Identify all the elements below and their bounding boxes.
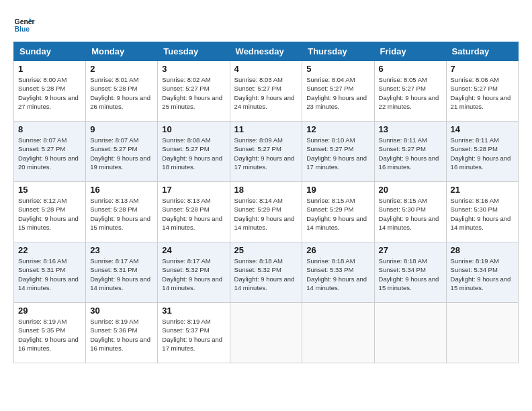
svg-text:Blue: Blue xyxy=(15,26,30,33)
day-number: 6 xyxy=(379,64,442,74)
day-info: Sunrise: 8:09 AM Sunset: 5:27 PM Dayligh… xyxy=(234,136,298,171)
day-number: 21 xyxy=(451,185,514,195)
day-info: Sunrise: 8:19 AM Sunset: 5:34 PM Dayligh… xyxy=(451,257,514,292)
day-info: Sunrise: 8:11 AM Sunset: 5:28 PM Dayligh… xyxy=(451,136,514,171)
day-header-monday: Monday xyxy=(86,42,158,61)
day-number: 15 xyxy=(18,185,81,195)
day-number: 20 xyxy=(379,185,442,195)
day-info: Sunrise: 8:00 AM Sunset: 5:28 PM Dayligh… xyxy=(18,75,81,111)
day-number: 3 xyxy=(162,64,225,74)
calendar-cell: 8 Sunrise: 8:07 AM Sunset: 5:27 PM Dayli… xyxy=(14,122,86,182)
day-number: 1 xyxy=(18,64,81,74)
calendar-cell: 30 Sunrise: 8:19 AM Sunset: 5:36 PM Dayl… xyxy=(86,303,158,363)
day-info: Sunrise: 8:15 AM Sunset: 5:30 PM Dayligh… xyxy=(379,196,442,232)
day-info: Sunrise: 8:02 AM Sunset: 5:27 PM Dayligh… xyxy=(162,75,225,111)
day-number: 9 xyxy=(90,124,153,134)
calendar-cell: 20 Sunrise: 8:15 AM Sunset: 5:30 PM Dayl… xyxy=(374,182,446,242)
day-info: Sunrise: 8:18 AM Sunset: 5:32 PM Dayligh… xyxy=(234,257,298,292)
logo: General Blue xyxy=(13,13,38,35)
day-info: Sunrise: 8:06 AM Sunset: 5:27 PM Dayligh… xyxy=(451,75,514,111)
day-header-saturday: Saturday xyxy=(446,42,518,61)
day-info: Sunrise: 8:07 AM Sunset: 5:27 PM Dayligh… xyxy=(90,136,153,171)
day-number: 19 xyxy=(306,185,369,195)
day-info: Sunrise: 8:17 AM Sunset: 5:32 PM Dayligh… xyxy=(162,257,225,292)
day-number: 5 xyxy=(306,64,369,74)
calendar-cell: 4 Sunrise: 8:03 AM Sunset: 5:27 PM Dayli… xyxy=(230,61,302,122)
day-number: 17 xyxy=(162,185,225,195)
calendar-cell: 19 Sunrise: 8:15 AM Sunset: 5:29 PM Dayl… xyxy=(302,182,374,242)
calendar-cell: 6 Sunrise: 8:05 AM Sunset: 5:27 PM Dayli… xyxy=(374,61,446,122)
calendar-cell xyxy=(374,303,446,363)
day-number: 18 xyxy=(234,185,298,195)
day-number: 13 xyxy=(379,124,442,134)
calendar-cell: 17 Sunrise: 8:13 AM Sunset: 5:28 PM Dayl… xyxy=(158,182,230,242)
day-number: 12 xyxy=(306,124,369,134)
day-info: Sunrise: 8:16 AM Sunset: 5:31 PM Dayligh… xyxy=(18,257,81,292)
calendar-cell: 13 Sunrise: 8:11 AM Sunset: 5:27 PM Dayl… xyxy=(374,122,446,182)
day-info: Sunrise: 8:10 AM Sunset: 5:27 PM Dayligh… xyxy=(306,136,369,171)
calendar-cell xyxy=(302,303,374,363)
week-row-2: 8 Sunrise: 8:07 AM Sunset: 5:27 PM Dayli… xyxy=(14,122,519,182)
day-number: 28 xyxy=(451,245,514,255)
calendar-cell: 1 Sunrise: 8:00 AM Sunset: 5:28 PM Dayli… xyxy=(14,61,86,122)
day-number: 31 xyxy=(162,306,225,316)
day-header-wednesday: Wednesday xyxy=(230,42,302,61)
calendar-cell: 9 Sunrise: 8:07 AM Sunset: 5:27 PM Dayli… xyxy=(86,122,158,182)
page-header: General Blue xyxy=(13,13,519,35)
calendar-cell: 29 Sunrise: 8:19 AM Sunset: 5:35 PM Dayl… xyxy=(14,303,86,363)
week-row-5: 29 Sunrise: 8:19 AM Sunset: 5:35 PM Dayl… xyxy=(14,303,519,363)
day-number: 23 xyxy=(90,245,153,255)
day-info: Sunrise: 8:13 AM Sunset: 5:28 PM Dayligh… xyxy=(90,196,153,232)
calendar-cell: 25 Sunrise: 8:18 AM Sunset: 5:32 PM Dayl… xyxy=(230,242,302,303)
day-number: 29 xyxy=(18,306,81,316)
calendar-cell: 10 Sunrise: 8:08 AM Sunset: 5:27 PM Dayl… xyxy=(158,122,230,182)
day-header-tuesday: Tuesday xyxy=(158,42,230,61)
day-header-thursday: Thursday xyxy=(302,42,374,61)
calendar-cell: 31 Sunrise: 8:19 AM Sunset: 5:37 PM Dayl… xyxy=(158,303,230,363)
calendar-cell: 3 Sunrise: 8:02 AM Sunset: 5:27 PM Dayli… xyxy=(158,61,230,122)
day-number: 22 xyxy=(18,245,81,255)
week-row-1: 1 Sunrise: 8:00 AM Sunset: 5:28 PM Dayli… xyxy=(14,61,519,122)
calendar-cell: 11 Sunrise: 8:09 AM Sunset: 5:27 PM Dayl… xyxy=(230,122,302,182)
day-info: Sunrise: 8:17 AM Sunset: 5:31 PM Dayligh… xyxy=(90,257,153,292)
logo-icon: General Blue xyxy=(13,13,35,35)
day-info: Sunrise: 8:05 AM Sunset: 5:27 PM Dayligh… xyxy=(379,75,442,111)
day-number: 8 xyxy=(18,124,81,134)
day-info: Sunrise: 8:07 AM Sunset: 5:27 PM Dayligh… xyxy=(18,136,81,171)
day-number: 2 xyxy=(90,64,153,74)
day-info: Sunrise: 8:03 AM Sunset: 5:27 PM Dayligh… xyxy=(234,75,298,111)
calendar-cell: 18 Sunrise: 8:14 AM Sunset: 5:29 PM Dayl… xyxy=(230,182,302,242)
day-header-sunday: Sunday xyxy=(14,42,86,61)
day-number: 30 xyxy=(90,306,153,316)
calendar-cell: 16 Sunrise: 8:13 AM Sunset: 5:28 PM Dayl… xyxy=(86,182,158,242)
day-info: Sunrise: 8:11 AM Sunset: 5:27 PM Dayligh… xyxy=(379,136,442,171)
calendar-cell: 2 Sunrise: 8:01 AM Sunset: 5:28 PM Dayli… xyxy=(86,61,158,122)
calendar-cell: 12 Sunrise: 8:10 AM Sunset: 5:27 PM Dayl… xyxy=(302,122,374,182)
calendar-cell: 5 Sunrise: 8:04 AM Sunset: 5:27 PM Dayli… xyxy=(302,61,374,122)
calendar-cell: 15 Sunrise: 8:12 AM Sunset: 5:28 PM Dayl… xyxy=(14,182,86,242)
calendar-cell: 28 Sunrise: 8:19 AM Sunset: 5:34 PM Dayl… xyxy=(446,242,518,303)
day-header-friday: Friday xyxy=(374,42,446,61)
day-number: 26 xyxy=(306,245,369,255)
day-info: Sunrise: 8:19 AM Sunset: 5:36 PM Dayligh… xyxy=(90,317,153,353)
day-info: Sunrise: 8:01 AM Sunset: 5:28 PM Dayligh… xyxy=(90,75,153,111)
day-info: Sunrise: 8:19 AM Sunset: 5:37 PM Dayligh… xyxy=(162,317,225,353)
calendar-cell: 22 Sunrise: 8:16 AM Sunset: 5:31 PM Dayl… xyxy=(14,242,86,303)
calendar-cell: 27 Sunrise: 8:18 AM Sunset: 5:34 PM Dayl… xyxy=(374,242,446,303)
day-number: 11 xyxy=(234,124,298,134)
header-row: SundayMondayTuesdayWednesdayThursdayFrid… xyxy=(14,42,519,61)
day-info: Sunrise: 8:18 AM Sunset: 5:33 PM Dayligh… xyxy=(306,257,369,292)
day-info: Sunrise: 8:14 AM Sunset: 5:29 PM Dayligh… xyxy=(234,196,298,232)
day-info: Sunrise: 8:19 AM Sunset: 5:35 PM Dayligh… xyxy=(18,317,81,353)
calendar-cell: 14 Sunrise: 8:11 AM Sunset: 5:28 PM Dayl… xyxy=(446,122,518,182)
day-info: Sunrise: 8:15 AM Sunset: 5:29 PM Dayligh… xyxy=(306,196,369,232)
day-number: 14 xyxy=(451,124,514,134)
day-info: Sunrise: 8:18 AM Sunset: 5:34 PM Dayligh… xyxy=(379,257,442,292)
week-row-3: 15 Sunrise: 8:12 AM Sunset: 5:28 PM Dayl… xyxy=(14,182,519,242)
calendar-cell xyxy=(230,303,302,363)
calendar-cell: 26 Sunrise: 8:18 AM Sunset: 5:33 PM Dayl… xyxy=(302,242,374,303)
day-number: 4 xyxy=(234,64,298,74)
calendar-cell: 7 Sunrise: 8:06 AM Sunset: 5:27 PM Dayli… xyxy=(446,61,518,122)
day-number: 16 xyxy=(90,185,153,195)
day-info: Sunrise: 8:04 AM Sunset: 5:27 PM Dayligh… xyxy=(306,75,369,111)
